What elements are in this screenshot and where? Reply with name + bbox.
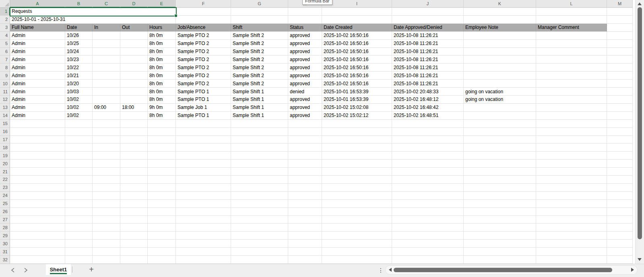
cell-L6[interactable]: [536, 48, 607, 56]
cell-C6[interactable]: [93, 48, 120, 56]
cell-G12[interactable]: Sample Shift 1: [231, 96, 288, 104]
cell-A28[interactable]: [10, 224, 65, 232]
cell-E23[interactable]: [148, 184, 176, 192]
cell-L25[interactable]: [536, 200, 607, 208]
vertical-scrollbar[interactable]: [635, 0, 644, 264]
row-header-13[interactable]: 13: [0, 104, 10, 112]
cell-A3[interactable]: Full Name: [10, 24, 65, 32]
cell-L8[interactable]: [536, 64, 607, 72]
cell-A16[interactable]: [10, 128, 65, 136]
cell-H32[interactable]: [288, 256, 322, 264]
cell-J12[interactable]: 2025-10-02 16:48:12: [392, 96, 464, 104]
cell-F22[interactable]: [176, 176, 231, 184]
cell-H15[interactable]: [288, 120, 322, 128]
cell-M13[interactable]: [607, 104, 633, 112]
cell-I5[interactable]: 2025-10-02 16:50:16: [322, 40, 392, 48]
cell-I29[interactable]: [322, 232, 392, 240]
cell-M25[interactable]: [607, 200, 633, 208]
cell-E26[interactable]: [148, 208, 176, 216]
cell-D24[interactable]: [120, 192, 148, 200]
cell-B19[interactable]: [65, 152, 93, 160]
cell-J4[interactable]: 2025-10-08 11:26:21: [392, 32, 464, 40]
cell-A29[interactable]: [10, 232, 65, 240]
column-header-K[interactable]: K: [464, 0, 536, 8]
cell-L5[interactable]: [536, 40, 607, 48]
cell-I23[interactable]: [322, 184, 392, 192]
cell-E29[interactable]: [148, 232, 176, 240]
cell-G5[interactable]: Sample Shift 2: [231, 40, 288, 48]
cell-C21[interactable]: [93, 168, 120, 176]
cell-E14[interactable]: 8h 0m: [148, 112, 176, 120]
cell-K29[interactable]: [464, 232, 536, 240]
cell-M9[interactable]: [607, 72, 633, 80]
select-all-button[interactable]: [0, 0, 10, 8]
cell-M17[interactable]: [607, 136, 633, 144]
cell-E22[interactable]: [148, 176, 176, 184]
cell-I26[interactable]: [322, 208, 392, 216]
cell-M1[interactable]: [607, 8, 633, 16]
cell-C25[interactable]: [93, 200, 120, 208]
cell-J32[interactable]: [392, 256, 464, 264]
cell-E27[interactable]: [148, 216, 176, 224]
cell-A31[interactable]: [10, 248, 65, 256]
cell-M18[interactable]: [607, 144, 633, 152]
cell-K1[interactable]: [464, 8, 536, 16]
cell-H8[interactable]: approved: [288, 64, 322, 72]
cell-J9[interactable]: 2025-10-08 11:26:21: [392, 72, 464, 80]
cell-L3[interactable]: Manager Comment: [536, 24, 607, 32]
cell-I27[interactable]: [322, 216, 392, 224]
cell-G26[interactable]: [231, 208, 288, 216]
cell-M26[interactable]: [607, 208, 633, 216]
cell-L23[interactable]: [536, 184, 607, 192]
cell-D16[interactable]: [120, 128, 148, 136]
cell-C8[interactable]: [93, 64, 120, 72]
cell-A9[interactable]: Admin: [10, 72, 65, 80]
cell-H16[interactable]: [288, 128, 322, 136]
cell-L7[interactable]: [536, 55, 607, 64]
cell-A13[interactable]: Admin: [10, 104, 65, 112]
row-header-12[interactable]: 12: [0, 96, 10, 104]
cell-E20[interactable]: [148, 160, 176, 168]
cell-I9[interactable]: 2025-10-02 16:50:16: [322, 72, 392, 80]
cell-M7[interactable]: [607, 55, 633, 64]
cell-D11[interactable]: [120, 88, 148, 96]
cell-M11[interactable]: [607, 88, 633, 96]
cell-B18[interactable]: [65, 144, 93, 152]
cell-A19[interactable]: [10, 152, 65, 160]
cell-F6[interactable]: Sample PTO 2: [176, 48, 231, 56]
cell-E12[interactable]: 8h 0m: [148, 96, 176, 104]
scroll-left-icon[interactable]: [389, 268, 392, 272]
cell-H3[interactable]: Status: [288, 24, 322, 32]
cell-A1[interactable]: Requests: [10, 8, 176, 16]
cell-M2[interactable]: [607, 16, 633, 24]
cell-L26[interactable]: [536, 208, 607, 216]
cell-E13[interactable]: 9h 0m: [148, 104, 176, 112]
cell-J23[interactable]: [392, 184, 464, 192]
cell-F21[interactable]: [176, 168, 231, 176]
cell-A6[interactable]: Admin: [10, 48, 65, 56]
cell-B4[interactable]: 10/26: [65, 32, 93, 40]
cell-E3[interactable]: Hours: [148, 24, 176, 32]
cell-I30[interactable]: [322, 240, 392, 248]
cell-F14[interactable]: Sample PTO 1: [176, 112, 231, 120]
row-header-1[interactable]: 1: [0, 8, 10, 16]
cell-I4[interactable]: 2025-10-02 16:50:16: [322, 32, 392, 40]
cell-M28[interactable]: [607, 224, 633, 232]
cell-A17[interactable]: [10, 136, 65, 144]
cell-M8[interactable]: [607, 64, 633, 72]
cell-J1[interactable]: [392, 8, 464, 16]
cell-I2[interactable]: [322, 16, 392, 24]
cell-H30[interactable]: [288, 240, 322, 248]
row-header-27[interactable]: 27: [0, 216, 10, 224]
cell-H11[interactable]: denied: [288, 88, 322, 96]
cell-J27[interactable]: [392, 216, 464, 224]
row-header-28[interactable]: 28: [0, 224, 10, 232]
cell-I11[interactable]: 2025-10-01 16:53:39: [322, 88, 392, 96]
cell-B32[interactable]: [65, 256, 93, 264]
cell-M20[interactable]: [607, 160, 633, 168]
cell-I16[interactable]: [322, 128, 392, 136]
cell-H7[interactable]: approved: [288, 55, 322, 64]
cell-M14[interactable]: [607, 112, 633, 120]
cell-C4[interactable]: [93, 32, 120, 40]
cell-E21[interactable]: [148, 168, 176, 176]
